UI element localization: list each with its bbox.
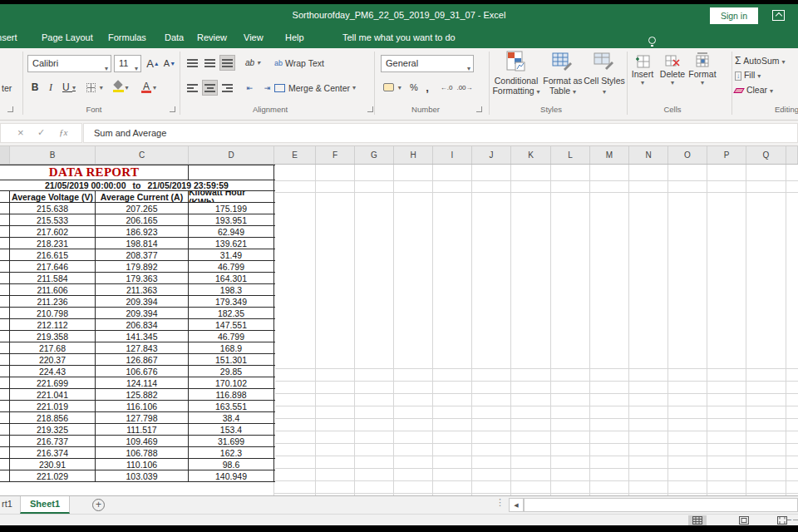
cancel-icon[interactable]: × bbox=[17, 126, 24, 139]
data-cell[interactable]: 220.37 bbox=[10, 354, 96, 365]
data-cell[interactable]: 221.699 bbox=[10, 377, 96, 388]
increase-decimal-button[interactable]: ←.0 bbox=[438, 80, 455, 95]
column-header-B[interactable]: B bbox=[10, 146, 96, 164]
data-cell[interactable]: 163.551 bbox=[189, 401, 274, 411]
percent-style-button[interactable]: % bbox=[407, 80, 421, 95]
data-cell[interactable]: 116.106 bbox=[96, 401, 189, 411]
wrap-text-button[interactable]: abWrap Text bbox=[274, 55, 324, 71]
accounting-format-button[interactable]: ▾ bbox=[381, 80, 404, 95]
data-cell[interactable]: 111.517 bbox=[96, 424, 189, 435]
align-right-button[interactable] bbox=[219, 80, 235, 96]
data-cell[interactable]: 224.43 bbox=[10, 366, 96, 377]
page-layout-view-button[interactable] bbox=[735, 515, 753, 525]
data-cell[interactable]: 212.112 bbox=[10, 319, 96, 330]
alignment-dialog-launcher-icon[interactable] bbox=[367, 106, 373, 112]
data-cell[interactable]: 198.3 bbox=[189, 284, 274, 295]
data-cell[interactable]: 179.363 bbox=[96, 273, 189, 283]
data-cell[interactable]: 168.9 bbox=[189, 342, 274, 353]
data-cell[interactable]: 109.469 bbox=[96, 436, 189, 446]
decrease-font-size-button[interactable]: A▼ bbox=[162, 55, 177, 71]
data-cell[interactable]: 31.699 bbox=[189, 436, 274, 446]
data-cell[interactable]: 116.898 bbox=[189, 389, 274, 400]
clipped-cell[interactable] bbox=[0, 424, 10, 435]
column-header-P[interactable]: P bbox=[707, 146, 746, 164]
decrease-indent-button[interactable]: ⇤ bbox=[242, 80, 258, 96]
new-sheet-button[interactable]: + bbox=[92, 499, 105, 511]
data-cell[interactable]: 106.788 bbox=[96, 447, 189, 458]
column-header-D[interactable]: D bbox=[189, 146, 274, 164]
data-cell[interactable]: 31.49 bbox=[189, 249, 274, 260]
fill-color-button[interactable]: ▾ bbox=[109, 80, 132, 95]
bottom-align-button[interactable] bbox=[219, 55, 235, 71]
middle-align-button[interactable] bbox=[202, 55, 218, 71]
clipped-cell[interactable] bbox=[0, 238, 10, 249]
data-cell[interactable]: 151.301 bbox=[189, 354, 274, 365]
data-cell[interactable]: 209.394 bbox=[96, 296, 189, 307]
clipped-cell[interactable] bbox=[0, 284, 10, 295]
column-header-partial[interactable] bbox=[0, 146, 10, 164]
orientation-button[interactable]: ab ▾ bbox=[242, 55, 264, 71]
data-cell[interactable]: 218.231 bbox=[10, 238, 96, 249]
data-cell[interactable]: 182.35 bbox=[189, 308, 274, 318]
zoom-slider-track[interactable] bbox=[793, 520, 798, 520]
font-name-combo[interactable]: Calibri▾ bbox=[27, 55, 111, 72]
ribbon-tab-review[interactable]: Review bbox=[197, 32, 227, 42]
horizontal-scrollbar-track[interactable] bbox=[524, 498, 798, 512]
ribbon-tab-page-layout[interactable]: Page Layout bbox=[42, 32, 93, 42]
column-header-J[interactable]: J bbox=[472, 146, 511, 164]
data-cell[interactable]: 211.606 bbox=[10, 284, 96, 295]
column-title-2[interactable]: Kilowatt Hour (KWh) bbox=[189, 191, 274, 202]
sheet-tab-sheet1[interactable]: Sheet1 bbox=[20, 496, 70, 514]
data-cell[interactable]: 215.533 bbox=[10, 214, 96, 225]
data-cell[interactable]: 153.4 bbox=[189, 424, 274, 435]
font-size-combo[interactable]: 11▾ bbox=[114, 55, 141, 72]
italic-button[interactable]: I bbox=[45, 80, 57, 95]
clipped-cell[interactable] bbox=[0, 273, 10, 283]
data-cell[interactable]: 230.91 bbox=[10, 459, 96, 470]
data-cell[interactable]: 216.374 bbox=[10, 447, 96, 458]
data-cell[interactable]: 215.638 bbox=[10, 203, 96, 214]
data-cell[interactable]: 208.377 bbox=[96, 249, 189, 260]
data-cell[interactable]: 164.301 bbox=[189, 273, 274, 283]
decrease-decimal-button[interactable]: .00→ bbox=[456, 80, 473, 95]
clipped-cell[interactable] bbox=[0, 331, 10, 342]
data-cell[interactable]: 211.363 bbox=[96, 284, 189, 295]
column-header-F[interactable]: F bbox=[316, 146, 355, 164]
clipped-cell[interactable] bbox=[0, 226, 10, 237]
data-cell[interactable]: 127.798 bbox=[96, 412, 189, 423]
tell-me-box[interactable]: Tell me what you want to do bbox=[324, 32, 456, 42]
clipped-cell[interactable] bbox=[0, 447, 10, 458]
clipped-cell[interactable] bbox=[0, 296, 10, 307]
data-cell[interactable]: 221.029 bbox=[10, 470, 96, 481]
clipped-cell[interactable] bbox=[0, 470, 10, 481]
data-cell[interactable]: 29.85 bbox=[189, 366, 274, 377]
column-header-C[interactable]: C bbox=[96, 146, 189, 164]
data-cell[interactable]: 175.199 bbox=[189, 203, 274, 214]
clipped-cell[interactable] bbox=[0, 214, 10, 225]
align-left-button[interactable] bbox=[185, 80, 200, 96]
data-cell[interactable]: 206.165 bbox=[96, 214, 189, 225]
clipped-cell[interactable] bbox=[0, 249, 10, 260]
scrollbar-resize-handle[interactable]: ⋮ bbox=[495, 497, 505, 508]
borders-button[interactable]: ▾ bbox=[84, 80, 106, 95]
data-cell[interactable]: 140.949 bbox=[189, 470, 274, 481]
sheet-tab-chart1-partial[interactable]: rt1 bbox=[2, 499, 12, 509]
data-cell[interactable]: 198.814 bbox=[96, 238, 189, 249]
data-cell[interactable]: 211.584 bbox=[10, 273, 96, 283]
column-header-H[interactable]: H bbox=[394, 146, 433, 164]
data-cell[interactable]: 106.676 bbox=[96, 366, 189, 377]
delete-cells-button[interactable]: Delete▾ bbox=[658, 52, 687, 86]
column-header-G[interactable]: G bbox=[355, 146, 394, 164]
clipped-cell[interactable] bbox=[0, 412, 10, 423]
conditional-formatting-button[interactable]: Conditional Formatting ▾ bbox=[492, 51, 540, 114]
data-cell[interactable]: 221.019 bbox=[10, 401, 96, 411]
autosum-button[interactable]: Σ AutoSum ▾ bbox=[735, 55, 785, 66]
scroll-left-arrow[interactable]: ◀ bbox=[509, 498, 524, 512]
increase-indent-button[interactable]: ⇥ bbox=[259, 80, 275, 96]
merge-center-button[interactable]: Merge & Center ▾ bbox=[274, 80, 356, 96]
ribbon-display-options-icon[interactable] bbox=[772, 10, 785, 21]
data-cell[interactable]: 221.041 bbox=[10, 389, 96, 400]
clipped-cell[interactable] bbox=[0, 308, 10, 318]
clipped-cell[interactable] bbox=[0, 319, 10, 330]
clipped-cell[interactable] bbox=[0, 377, 10, 388]
